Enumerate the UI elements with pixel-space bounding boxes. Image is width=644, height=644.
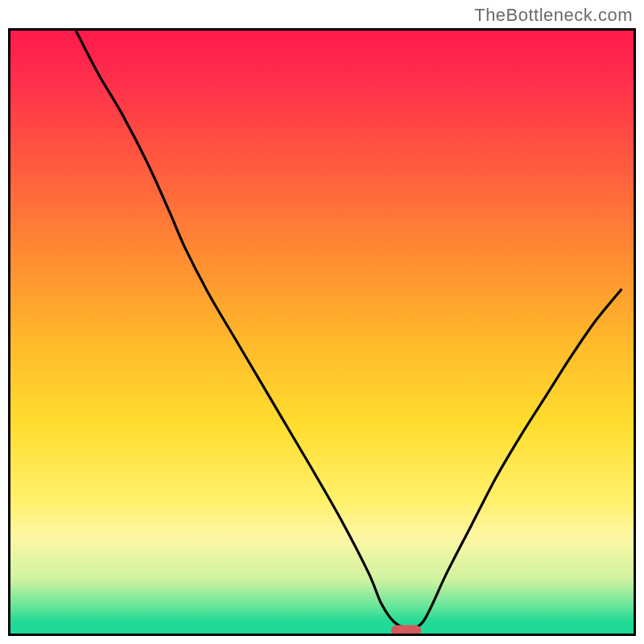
bottleneck-curve-path — [76, 31, 621, 628]
chart-container: TheBottleneck.com — [0, 0, 644, 644]
minimum-marker — [391, 625, 421, 636]
plot-svg — [10, 31, 634, 634]
attribution-label: TheBottleneck.com — [474, 5, 633, 26]
plot-frame — [8, 28, 636, 636]
